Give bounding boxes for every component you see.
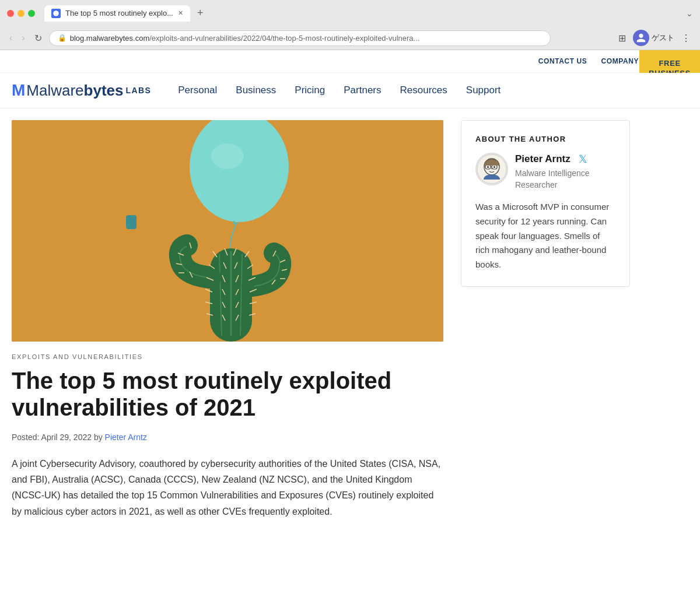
- svg-rect-4: [126, 215, 136, 229]
- site-wrapper: CONTACT US COMPANY SIGN IN FREE BUSINESS…: [0, 50, 700, 519]
- profile-label: ゲスト: [652, 33, 674, 43]
- active-tab[interactable]: The top 5 most routinely explo... ✕: [44, 5, 190, 22]
- minimize-button[interactable]: [18, 10, 24, 17]
- author-bio: Was a Microsoft MVP in consumer security…: [475, 200, 615, 272]
- author-avatar: [475, 153, 508, 185]
- svg-point-50: [487, 166, 489, 168]
- logo[interactable]: M Malwarebytes LABS: [12, 81, 151, 100]
- tab-favicon: [51, 9, 61, 18]
- profile-button[interactable]: ゲスト: [633, 30, 674, 46]
- main-content: EXPLOITS AND VULNERABILITIES The top 5 m…: [12, 108, 443, 519]
- extensions-icon[interactable]: ⊞: [616, 30, 628, 46]
- nav-business[interactable]: Business: [226, 80, 285, 101]
- nav-pricing[interactable]: Pricing: [285, 80, 334, 101]
- lock-icon: 🔒: [58, 34, 66, 42]
- browser-actions: ⊞ ゲスト ⋮: [616, 30, 693, 46]
- twitter-icon[interactable]: 𝕏: [579, 153, 587, 166]
- logo-labs: LABS: [126, 86, 152, 95]
- article-category: EXPLOITS AND VULNERABILITIES: [12, 353, 443, 360]
- nav-partners[interactable]: Partners: [334, 80, 390, 101]
- svg-point-51: [494, 166, 495, 168]
- tab-close-icon[interactable]: ✕: [178, 9, 183, 17]
- main-nav-links: Personal Business Pricing Partners Resou…: [169, 80, 510, 101]
- forward-button[interactable]: ›: [19, 30, 27, 45]
- content-area: EXPLOITS AND VULNERABILITIES The top 5 m…: [0, 108, 700, 519]
- author-name-area: Pieter Arntz 𝕏 Malware Intelligence Rese…: [515, 153, 615, 191]
- address-bar: ‹ › ↻ 🔒 blog.malwarebytes.com/exploits-a…: [0, 26, 700, 50]
- expand-icon[interactable]: ⌄: [686, 9, 693, 18]
- author-title: Malware Intelligence Researcher: [515, 168, 615, 191]
- nav-support[interactable]: Support: [457, 80, 510, 101]
- sidebar: ABOUT THE AUTHOR: [461, 108, 630, 519]
- nav-personal[interactable]: Personal: [169, 80, 226, 101]
- contact-us-link[interactable]: CONTACT US: [531, 55, 594, 68]
- new-tab-button[interactable]: +: [192, 5, 208, 22]
- author-link[interactable]: Pieter Arntz: [105, 433, 147, 442]
- svg-point-0: [53, 10, 59, 16]
- back-button[interactable]: ‹: [7, 30, 15, 45]
- article-body: A joint Cybersecurity Advisory, coauthor…: [12, 456, 443, 519]
- utility-nav: CONTACT US COMPANY SIGN IN FREE BUSINESS…: [0, 50, 700, 73]
- m-logo-icon: M: [12, 81, 25, 100]
- menu-icon[interactable]: ⋮: [679, 30, 693, 46]
- nav-resources[interactable]: Resources: [391, 80, 457, 101]
- main-nav: M Malwarebytes LABS Personal Business Pr…: [0, 73, 700, 108]
- svg-point-3: [211, 143, 244, 169]
- author-card: ABOUT THE AUTHOR: [461, 120, 630, 287]
- browser-titlebar: The top 5 most routinely explo... ✕ + ⌄: [0, 0, 700, 26]
- article-meta: Posted: April 29, 2022 by Pieter Arntz: [12, 433, 443, 442]
- profile-avatar: [633, 30, 649, 46]
- author-card-title: ABOUT THE AUTHOR: [475, 135, 615, 143]
- article-title: The top 5 most routinely exploited vulne…: [12, 367, 443, 421]
- logo-text: Malwarebytes: [26, 82, 123, 100]
- tab-title: The top 5 most routinely explo...: [65, 9, 173, 17]
- tab-bar: The top 5 most routinely explo... ✕ +: [44, 5, 681, 22]
- reload-button[interactable]: ↻: [32, 30, 44, 46]
- browser-chrome: The top 5 most routinely explo... ✕ + ⌄ …: [0, 0, 700, 50]
- author-name: Pieter Arntz: [515, 153, 570, 165]
- company-link[interactable]: COMPANY: [594, 55, 646, 68]
- maximize-button[interactable]: [28, 10, 35, 17]
- traffic-lights: [7, 10, 35, 17]
- hero-image: [12, 120, 443, 342]
- close-button[interactable]: [7, 10, 14, 17]
- address-text: blog.malwarebytes.com/exploits-and-vulne…: [70, 34, 420, 43]
- address-input[interactable]: 🔒 blog.malwarebytes.com/exploits-and-vul…: [49, 30, 551, 46]
- author-info: Pieter Arntz 𝕏 Malware Intelligence Rese…: [475, 153, 615, 191]
